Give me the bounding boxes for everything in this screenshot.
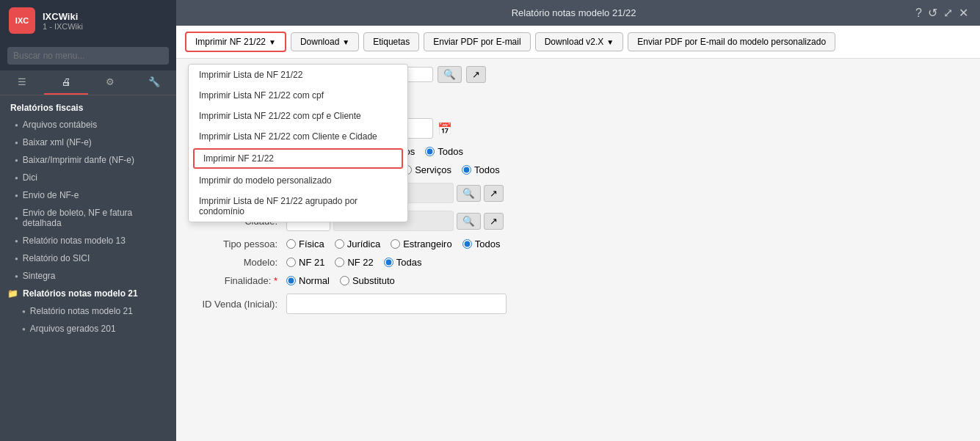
dropdown-item-lista-cliente-cidade[interactable]: Imprimir Lista NF 21/22 com Cliente e Ci… — [189, 126, 407, 147]
sidebar-item-relatorio-sici[interactable]: ●Relatório do SICI — [0, 249, 176, 267]
bullet-icon: ● — [15, 238, 18, 244]
normal-radio[interactable] — [286, 276, 296, 285]
finalidade-radio-group: Normal Substituto — [286, 275, 395, 286]
sidebar-settings-icon[interactable]: ⚙ — [88, 70, 132, 95]
app-subtitle: 1 - IXCWiki — [43, 22, 83, 31]
produto-external-button[interactable]: ↗ — [484, 185, 504, 202]
dropdown-item-modelo-personalizado[interactable]: Imprimir do modelo personalizado — [189, 170, 407, 191]
modelo-control: NF 21 NF 22 Todas — [286, 257, 965, 268]
calendar-icon[interactable]: 📅 — [438, 122, 452, 136]
help-icon[interactable]: ? — [915, 7, 922, 20]
status-todos[interactable]: Todos — [425, 146, 463, 157]
dropdown-item-lista-cpf-cliente[interactable]: Imprimir Lista NF 21/22 com cpf e Client… — [189, 106, 407, 126]
nf21-radio[interactable] — [286, 258, 296, 267]
app-title: IXCWiki — [43, 11, 83, 22]
tipo-pessoa-row: Tipo pessoa: Física Jurídica Estrangeiro… — [191, 238, 965, 249]
history-icon[interactable]: ↺ — [928, 6, 937, 20]
bullet-icon: ● — [22, 308, 26, 315]
sidebar-header: IXC IXCWiki 1 - IXCWiki — [0, 0, 176, 41]
sidebar-tools-icon[interactable]: 🔧 — [132, 70, 176, 95]
status-todos-radio[interactable] — [425, 147, 435, 156]
modelo-nf21[interactable]: NF 21 — [286, 257, 324, 268]
juridica-radio[interactable] — [335, 239, 344, 249]
bullet-icon: ● — [15, 175, 18, 181]
tipo-todos[interactable]: Todos — [462, 164, 500, 175]
modelo-nf22[interactable]: NF 22 — [335, 257, 373, 268]
sidebar-item-relatorio-13[interactable]: ●Relatório notas modelo 13 — [0, 232, 176, 249]
nf22-radio[interactable] — [335, 258, 344, 267]
id-venda-row: ID Venda (Inicial): — [191, 294, 965, 314]
cidade-external-button[interactable]: ↗ — [484, 213, 504, 230]
sidebar-item-arquivos-contabeis[interactable]: ●Arquivos contábeis — [0, 116, 176, 134]
finalidade-substituto[interactable]: Substituto — [340, 275, 395, 286]
sidebar-menu-icon[interactable]: ☰ — [0, 70, 44, 95]
id-venda-control — [286, 294, 965, 314]
enviar-pdf-btn-label: Enviar PDF por E-mail — [433, 37, 520, 47]
finalidade-normal[interactable]: Normal — [286, 275, 330, 286]
tipopessoa-todos-radio[interactable] — [462, 239, 472, 249]
tipo-pessoa-control: Física Jurídica Estrangeiro Todos — [286, 238, 965, 249]
estrangeiro-radio[interactable] — [391, 239, 400, 249]
download-v2-button[interactable]: Download v2.X ▼ — [535, 32, 624, 51]
sidebar-scroll: Relatórios fiscais ●Arquivos contábeis ●… — [0, 95, 176, 441]
enviar-pdf-modelo-button[interactable]: Enviar PDF por E-mail do modelo personal… — [628, 32, 835, 51]
imprimir-btn-label: Imprimir NF 21/22 — [195, 37, 266, 47]
dropdown-item-imprimir-nf[interactable]: Imprimir NF 21/22 — [193, 148, 403, 169]
substituto-radio[interactable] — [340, 276, 349, 285]
empresa-external-button[interactable]: ↗ — [466, 66, 486, 83]
sidebar-print-icon[interactable]: 🖨 — [44, 70, 88, 95]
fisica-radio[interactable] — [286, 239, 296, 249]
download-arrow-icon: ▼ — [342, 38, 349, 46]
dropdown-item-lista-cpf[interactable]: Imprimir Lista NF 21/22 com cpf — [189, 85, 407, 106]
sidebar-item-dici[interactable]: ●Dici — [0, 169, 176, 186]
imprimir-dropdown-menu: Imprimir Lista de NF 21/22 Imprimir List… — [188, 64, 408, 222]
dropdown-item-lista-condominio[interactable]: Imprimir Lista de NF 21/22 agrupado por … — [189, 191, 407, 222]
sidebar-icon-bar: ☰ 🖨 ⚙ 🔧 — [0, 70, 176, 95]
search-input[interactable] — [7, 47, 169, 65]
modelo-row: Modelo: NF 21 NF 22 Todas — [191, 257, 965, 268]
logo-text: IXC — [15, 16, 29, 25]
topbar-actions: ? ↺ ⤢ ✕ — [915, 6, 968, 20]
enviar-pdf-modelo-btn-label: Enviar PDF por E-mail do modelo personal… — [637, 37, 826, 47]
bullet-icon: ● — [15, 273, 18, 280]
enviar-pdf-button[interactable]: Enviar PDF por E-mail — [424, 32, 530, 51]
tipo-todos-radio[interactable] — [462, 165, 471, 175]
sidebar-item-modelo21-sub[interactable]: ●Relatório notas modelo 21 — [0, 302, 176, 320]
page-title: Relatório notas modelo 21/22 — [232, 7, 915, 18]
bullet-icon: ● — [15, 255, 18, 262]
modelo-radio-group: NF 21 NF 22 Todas — [286, 257, 422, 268]
bullet-icon: ● — [15, 157, 18, 164]
cidade-search-button[interactable]: 🔍 — [457, 213, 481, 230]
finalidade-control: Normal Substituto — [286, 275, 965, 286]
close-icon[interactable]: ✕ — [959, 6, 968, 20]
empresa-search-button[interactable]: 🔍 — [438, 66, 462, 83]
toolbar: Imprimir NF 21/22 ▼ Imprimir Lista de NF… — [176, 26, 980, 59]
modelo-todas[interactable]: Todas — [384, 257, 422, 268]
tipo-pessoa-radio-group: Física Jurídica Estrangeiro Todos — [286, 238, 500, 249]
bullet-icon: ● — [15, 122, 18, 128]
imprimir-nf-button[interactable]: Imprimir NF 21/22 ▼ — [185, 32, 286, 52]
sidebar-item-envio-nfe[interactable]: ●Envio de NF-e — [0, 186, 176, 204]
download-v2-arrow-icon: ▼ — [606, 38, 614, 46]
tipo-pessoa-fisica[interactable]: Física — [286, 238, 324, 249]
produto-search-button[interactable]: 🔍 — [457, 185, 481, 202]
sidebar-item-envio-boleto[interactable]: ●Envio de boleto, NF e fatura detalhada — [0, 204, 176, 232]
imprimir-arrow-icon: ▼ — [269, 38, 276, 46]
tipo-pessoa-estrangeiro[interactable]: Estrangeiro — [391, 238, 451, 249]
sidebar-item-sintegra[interactable]: ●Sintegra — [0, 267, 176, 285]
sidebar-item-baixar-xml[interactable]: ●Baixar xml (NF-e) — [0, 134, 176, 151]
dropdown-item-lista[interactable]: Imprimir Lista de NF 21/22 — [189, 65, 407, 85]
maximize-icon[interactable]: ⤢ — [943, 6, 953, 20]
finalidade-label: Finalidade: — [191, 275, 286, 286]
download-button[interactable]: Download ▼ — [291, 32, 359, 51]
imprimir-dropdown-container: Imprimir NF 21/22 ▼ Imprimir Lista de NF… — [185, 32, 286, 52]
id-venda-input[interactable] — [286, 294, 507, 314]
sidebar-item-baixar-imprimir[interactable]: ●Baixar/Imprimir danfe (NF-e) — [0, 151, 176, 169]
sidebar-item-arquivos-gerados[interactable]: ●Arquivos gerados 201 — [0, 320, 176, 338]
tipo-pessoa-juridica[interactable]: Jurídica — [335, 238, 381, 249]
tipo-pessoa-todos[interactable]: Todos — [462, 238, 501, 249]
modelo-todas-radio[interactable] — [384, 258, 393, 267]
etiquetas-button[interactable]: Etiquetas — [363, 32, 419, 51]
tipo-servicos[interactable]: Serviços — [402, 164, 451, 175]
sidebar-item-folder-modelo21[interactable]: 📁Relatórios notas modelo 21 — [0, 285, 176, 302]
